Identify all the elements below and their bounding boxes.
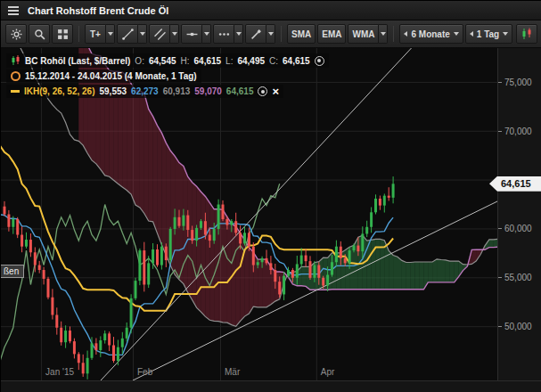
interval-select[interactable]: 1 Tag xyxy=(465,24,512,44)
pen-tool-button[interactable] xyxy=(245,24,266,44)
channel-tool-group xyxy=(149,24,179,44)
chevron-down-icon xyxy=(140,32,145,36)
toolbar-separator xyxy=(393,26,394,42)
svg-text:Mär: Mär xyxy=(225,367,241,377)
toolbar-separator xyxy=(281,26,282,42)
svg-text:Feb: Feb xyxy=(137,367,153,377)
price-axis-label: 70,000 xyxy=(498,125,532,137)
marker-tool-button[interactable] xyxy=(213,24,234,44)
marker-tool-group xyxy=(213,24,243,44)
toolbar-separator xyxy=(78,26,79,42)
chevron-down-icon xyxy=(108,32,113,36)
sma-label: SMA xyxy=(291,29,311,39)
wma-label: WMA xyxy=(352,29,374,39)
text-tool-button[interactable]: T+ xyxy=(85,24,106,44)
horizontal-line-icon xyxy=(186,29,198,40)
window-title: Chart Rohstoff Brent Crude Öl xyxy=(28,5,168,16)
trendline-tool-dropdown[interactable] xyxy=(138,24,147,44)
legend-indicator-row: IKH(9, 26, 52, 26) 59,553 62,273 60,913 … xyxy=(6,85,283,98)
settings-button[interactable] xyxy=(5,24,27,44)
text-tool-dropdown[interactable] xyxy=(106,24,115,44)
indicator-color-swatch xyxy=(11,90,20,93)
open-value: 64,545 xyxy=(149,56,176,66)
chevron-down-icon xyxy=(454,32,459,36)
visibility-toggle-icon[interactable] xyxy=(315,56,324,66)
zoom-button[interactable] xyxy=(29,24,50,44)
price-axis-label: 75,000 xyxy=(498,76,532,88)
hline-tool-group xyxy=(181,24,211,44)
time-axis[interactable] xyxy=(1,380,541,392)
period-label: 6 Monate xyxy=(411,29,449,39)
trendline-tool-button[interactable] xyxy=(117,24,138,44)
dots-icon xyxy=(218,29,230,40)
chevron-down-icon xyxy=(381,32,386,36)
pen-tool-dropdown[interactable] xyxy=(266,24,275,44)
text-tool-label: T+ xyxy=(90,29,101,39)
chart-type-button[interactable] xyxy=(516,24,537,44)
interval-label: 1 Tag xyxy=(477,29,499,39)
trendline-icon xyxy=(122,29,134,40)
sma-button[interactable]: SMA xyxy=(287,24,316,44)
chevron-down-icon xyxy=(236,32,242,36)
high-label: H: xyxy=(181,56,190,66)
date-range: 15.12.2014 - 24.04.2015 (4 Monate, 1 Tag… xyxy=(25,71,197,81)
svg-text:Jan '15: Jan '15 xyxy=(45,367,74,377)
text-tool-group: T+ xyxy=(85,24,115,44)
wma-dropdown[interactable] xyxy=(379,24,388,44)
ikh-value-5: 64,615 xyxy=(226,86,254,96)
pen-tool-group xyxy=(245,24,275,44)
ikh-value-3: 60,913 xyxy=(163,86,191,96)
trendline-tool-group xyxy=(117,24,147,44)
hline-tool-dropdown[interactable] xyxy=(202,24,211,44)
clock-icon xyxy=(11,71,20,81)
chart-legend: BC Rohöl (Last, $/Barrel) O:64,545 H:64,… xyxy=(6,53,329,100)
chevron-down-icon xyxy=(503,32,508,36)
chevron-down-icon xyxy=(172,32,177,36)
current-price-badge: 64,615 xyxy=(489,176,541,192)
price-axis-label: 60,000 xyxy=(498,223,532,235)
legend-instrument-row: BC Rohöl (Last, $/Barrel) O:64,545 H:64,… xyxy=(6,53,329,68)
ema-label: EMA xyxy=(322,29,341,39)
menu-icon[interactable] xyxy=(6,4,20,17)
toolbar: T+ xyxy=(1,20,541,48)
period-select[interactable]: 6 Monate xyxy=(399,24,463,44)
high-value: 64,615 xyxy=(194,56,222,66)
gear-icon xyxy=(11,29,22,40)
hline-tool-button[interactable] xyxy=(181,24,202,44)
svg-text:Apr: Apr xyxy=(321,367,335,377)
chevron-down-icon xyxy=(204,32,209,36)
channel-tool-dropdown[interactable] xyxy=(170,24,179,44)
low-value: 64,495 xyxy=(237,56,265,66)
close-value: 64,615 xyxy=(283,56,310,66)
instrument-name: BC Rohöl (Last, $/Barrel) xyxy=(25,56,130,66)
open-label: O: xyxy=(135,56,144,66)
ema-button[interactable]: EMA xyxy=(317,24,346,44)
legend-range-row: 15.12.2014 - 24.04.2015 (4 Monate, 1 Tag… xyxy=(6,69,201,83)
close-icon[interactable]: × xyxy=(272,87,279,96)
channel-tool-button[interactable] xyxy=(149,24,170,44)
indicator-name: IKH(9, 26, 52, 26) xyxy=(24,86,94,96)
chevron-left-icon xyxy=(404,31,407,37)
low-label: L: xyxy=(225,56,233,66)
chart-window: Chart Rohstoff Brent Crude Öl T+ xyxy=(0,0,541,392)
ikh-value-1: 59,553 xyxy=(99,86,127,96)
price-axis[interactable]: 50,00055,00060,00065,00070,00075,000 xyxy=(497,48,541,380)
title-bar: Chart Rohstoff Brent Crude Öl xyxy=(1,1,541,20)
chart-area[interactable]: Jan '15FebMärApr BC Rohöl (Last, $/Barre… xyxy=(1,48,497,380)
price-axis-label: 55,000 xyxy=(498,272,532,284)
marker-tool-dropdown[interactable] xyxy=(234,24,243,44)
chevron-down-icon xyxy=(268,32,274,36)
visibility-toggle-icon[interactable] xyxy=(258,86,267,96)
layout-button[interactable] xyxy=(52,24,73,44)
clipped-tooltip: ßen xyxy=(1,265,24,278)
candlestick-type-icon xyxy=(521,28,533,40)
close-label: C: xyxy=(269,56,278,66)
search-icon xyxy=(34,29,45,40)
ikh-value-2: 62,273 xyxy=(131,86,159,96)
wma-button[interactable]: WMA xyxy=(348,24,379,44)
chevron-left-icon xyxy=(470,31,473,37)
wma-group: WMA xyxy=(348,24,388,44)
price-axis-label: 50,000 xyxy=(498,321,532,333)
pen-icon xyxy=(250,29,262,40)
channel-icon xyxy=(154,29,166,40)
